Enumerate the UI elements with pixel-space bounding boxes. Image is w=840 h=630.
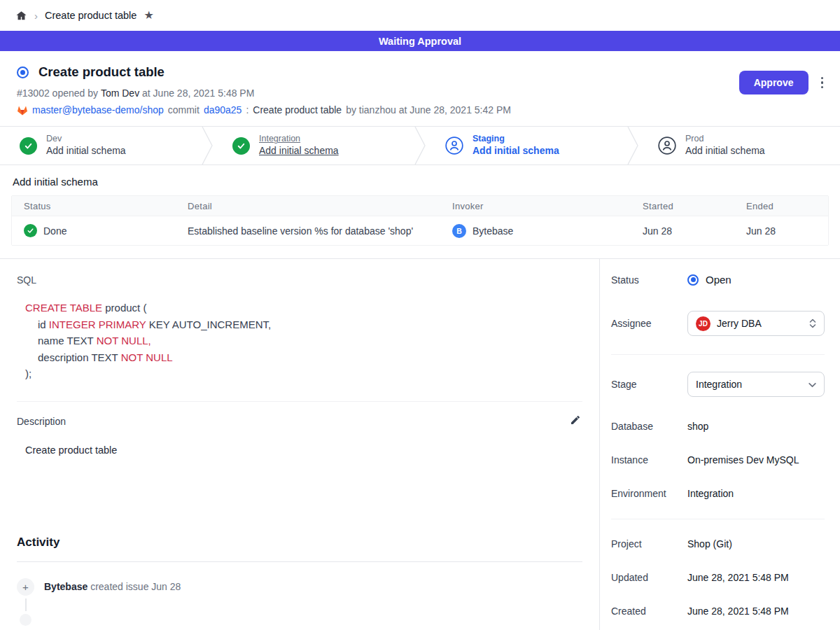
issue-id: #13002: [17, 88, 50, 99]
issue-meta: #13002 opened by Tom Dev at June 28, 202…: [17, 88, 823, 99]
edit-description-icon[interactable]: [568, 413, 582, 430]
favorite-star-icon[interactable]: ★: [144, 10, 153, 21]
commit-word: commit: [168, 104, 200, 115]
task-status-cell: Done: [12, 224, 176, 237]
home-icon[interactable]: [15, 10, 27, 22]
chevron-down-icon: [808, 380, 817, 389]
stage-separator-icon: [627, 127, 638, 164]
col-invoker: Invoker: [440, 201, 631, 211]
status-banner: Waiting Approval: [0, 31, 840, 51]
assignee-value: Jerry DBA: [717, 318, 802, 329]
opened-at: at June 28, 2021 5:48 PM: [142, 88, 254, 99]
commit-branch-link[interactable]: master@bytebase-demo/shop: [32, 104, 164, 115]
pipeline-stage-staging[interactable]: Staging Add initial schema: [426, 127, 627, 164]
content-area: SQL CREATE TABLE product (id INTEGER PRI…: [0, 258, 840, 630]
sql-line: id INTEGER PRIMARY KEY AUTO_INCREMENT,: [25, 316, 582, 333]
sql-label: SQL: [17, 274, 582, 286]
stage-task-label: Add initial schema: [685, 145, 765, 158]
task-invoker-cell: B Bytebase: [440, 224, 631, 238]
issue-author[interactable]: Tom Dev: [101, 88, 139, 99]
col-status: Status: [12, 201, 176, 211]
stage-task-label: Add initial schema: [472, 145, 559, 158]
pipeline-stage-integration[interactable]: Integration Add initial schema: [213, 127, 414, 164]
stage-env-label: Dev: [46, 134, 126, 145]
description-header: Description: [17, 413, 582, 430]
project-value[interactable]: Shop (Git): [687, 538, 732, 550]
activity-plus-icon: +: [17, 578, 34, 596]
invoker-avatar: B: [452, 224, 466, 238]
created-label: Created: [611, 606, 687, 617]
stage-select[interactable]: Integration: [687, 372, 825, 397]
activity-entry: + Bytebase created issue Jun 28: [17, 578, 582, 596]
breadcrumb-page-title[interactable]: Create product table: [45, 10, 136, 21]
timeline-connector: [25, 598, 27, 611]
timeline-next-node: [20, 614, 31, 626]
sidebar: Status Open Assignee JD Jerry DBA Stage …: [599, 259, 840, 630]
sidebar-updated-row: Updated June 28, 2021 5:48 PM: [611, 570, 825, 584]
stage-value: Integration: [696, 379, 802, 390]
col-ended: Ended: [734, 201, 828, 211]
task-started-cell: Jun 28: [631, 225, 734, 237]
task-table-row[interactable]: Done Established baseline version %s for…: [12, 216, 828, 245]
commit-message: Create product table: [253, 104, 342, 115]
activity-entry-text: Bytebase created issue Jun 28: [44, 581, 181, 592]
created-value: June 28, 2021 5:48 PM: [687, 606, 789, 617]
environment-value[interactable]: Integration: [687, 488, 734, 499]
stage-env-label: Prod: [685, 134, 765, 145]
breadcrumb-separator-icon: ›: [34, 10, 38, 22]
commit-suffix: by tianzhou at June 28, 2021 5:42 PM: [346, 104, 511, 115]
task-section-title: Add initial schema: [11, 176, 829, 188]
description-label: Description: [17, 416, 66, 427]
activity-actor: Bytebase: [44, 581, 88, 592]
description-text[interactable]: Create product table: [17, 444, 582, 456]
activity-date: Jun 28: [151, 581, 181, 592]
stage-label: Stage: [611, 379, 687, 390]
commit-hash-link[interactable]: da90a25: [204, 104, 242, 115]
open-status-icon: [687, 274, 699, 286]
activity-title: Activity: [17, 536, 582, 550]
assignee-avatar: JD: [696, 316, 710, 331]
opened-by-label: opened by: [52, 88, 98, 99]
assignee-label: Assignee: [611, 318, 687, 329]
sql-line: name TEXT NOT NULL,: [25, 332, 582, 349]
sidebar-database-row: Database shop: [611, 419, 825, 433]
stage-task-label: Add initial schema: [46, 145, 126, 158]
sidebar-created-row: Created June 28, 2021 5:48 PM: [611, 603, 825, 618]
divider: [17, 401, 582, 402]
sql-code: CREATE TABLE product (id INTEGER PRIMARY…: [17, 300, 582, 382]
task-status-text: Done: [43, 225, 66, 237]
sidebar-instance-row: Instance On-premises Dev MySQL: [611, 452, 825, 467]
database-value[interactable]: shop: [687, 421, 708, 432]
instance-value[interactable]: On-premises Dev MySQL: [687, 454, 799, 465]
updated-label: Updated: [611, 572, 687, 583]
breadcrumb: › Create product table ★: [0, 0, 840, 31]
header-actions: Approve: [739, 71, 826, 94]
pipeline: Dev Add initial schema Integration Add i…: [0, 126, 840, 165]
assignee-select[interactable]: JD Jerry DBA: [687, 311, 825, 336]
approve-button[interactable]: Approve: [739, 71, 808, 94]
database-label: Database: [611, 421, 687, 432]
more-actions-icon[interactable]: [818, 74, 827, 92]
issue-header: Create product table #13002 opened by To…: [0, 51, 840, 126]
activity-action: created issue: [90, 581, 148, 592]
sidebar-environment-row: Environment Integration: [611, 486, 825, 500]
status-value: Open: [706, 274, 732, 286]
activity-section: Activity + Bytebase created issue Jun 28: [17, 536, 582, 596]
stage-person-icon: [658, 136, 676, 155]
sql-line: CREATE TABLE product (: [25, 300, 582, 316]
project-label: Project: [611, 538, 687, 550]
environment-label: Environment: [611, 488, 687, 499]
gitlab-icon: [17, 105, 28, 115]
col-detail: Detail: [176, 201, 440, 211]
col-started: Started: [631, 201, 734, 211]
stage-done-icon: [232, 137, 250, 155]
divider: [17, 561, 582, 562]
stage-done-icon: [20, 137, 37, 155]
instance-label: Instance: [611, 454, 687, 465]
task-table-header: Status Detail Invoker Started Ended: [12, 196, 828, 216]
issue-title-row: Create product table: [17, 61, 823, 83]
task-section: Add initial schema Status Detail Invoker…: [0, 165, 840, 258]
pipeline-stage-prod[interactable]: Prod Add initial schema: [638, 127, 840, 164]
sidebar-stage-row: Stage Integration: [611, 372, 825, 397]
pipeline-stage-dev[interactable]: Dev Add initial schema: [0, 127, 202, 164]
